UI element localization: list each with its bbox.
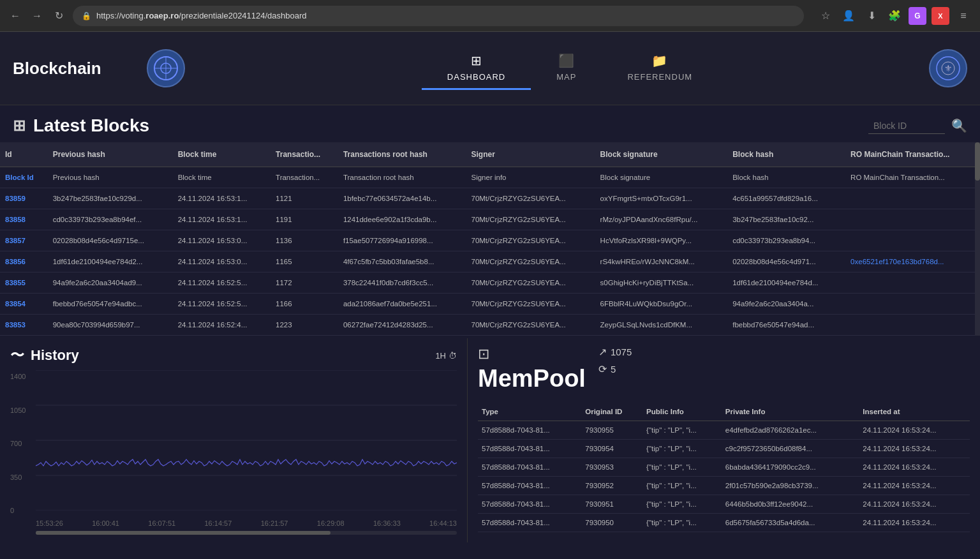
cell-block-hash: fbebbd76e50547e94ad...: [727, 315, 845, 336]
cell-block-hash: 3b247be2583fae10c92...: [727, 209, 845, 230]
dim-cell: Block signature: [595, 167, 728, 188]
mp-cell-original-id: 7930955: [581, 421, 642, 440]
scrollbar-bottom-thumb[interactable]: [36, 531, 330, 535]
table-row[interactable]: 83856 1df61de2100494ee784d2... 24.11.202…: [0, 251, 980, 272]
cell-tx-root-hash: 4f67c5fb7c5bb03fafae5b8...: [338, 251, 466, 272]
section-title: ⊞ Latest Blocks: [13, 116, 149, 136]
cell-id: 83853: [0, 315, 48, 336]
history-title: 〜 History 1H ⏱: [10, 346, 457, 365]
search-button[interactable]: 🔍: [951, 118, 967, 133]
table-row[interactable]: 83853 90ea80c703994d659b97... 24.11.2024…: [0, 315, 980, 336]
x-label-4: 16:21:57: [261, 519, 288, 527]
y-label-700: 700: [10, 440, 26, 447]
clock-icon: ⏱: [449, 351, 457, 361]
cell-tx-root-hash: 1bfebc77e0634572a4e14b...: [338, 188, 466, 209]
grid-icon: ⊞: [13, 117, 26, 135]
cell-prev-hash: cd0c33973b293ea8b94ef...: [48, 209, 173, 230]
mempool-crop-icon: ⊡: [478, 346, 489, 362]
browser-actions: ☆ 👤 ⬇ 🧩 G X ≡: [817, 7, 972, 25]
tab-dashboard[interactable]: ⊞ DASHBOARD: [422, 47, 531, 90]
trend-up-icon: ↗: [598, 346, 607, 358]
table-row[interactable]: 83855 94a9fe2a6c20aa3404ad9... 24.11.202…: [0, 272, 980, 294]
cell-id: 83856: [0, 251, 48, 272]
x-axis-labels: 15:53:26 16:00:41 16:07:51 16:14:57 16:2…: [36, 519, 457, 527]
cell-transactions: 1165: [271, 251, 338, 272]
mempool-top: ⊡ MemPool ↗ 1075 ⟳ 5: [478, 346, 970, 392]
cell-transactions: 1191: [271, 209, 338, 230]
table-row[interactable]: 83858 cd0c33973b293ea8b94ef... 24.11.202…: [0, 209, 980, 230]
cell-transactions: 1172: [271, 272, 338, 294]
list-item[interactable]: 57d8588d-7043-81... 7930952 {"tip" : "LP…: [478, 477, 970, 495]
grammarly-button[interactable]: G: [909, 7, 926, 25]
app-header: Blockchain ⊞ DASHBOARD ⬛ MAP 📁 REFERENDU…: [0, 32, 980, 105]
table-row[interactable]: 83854 fbebbd76e50547e94adbc... 24.11.202…: [0, 294, 980, 315]
app-title: Blockchain: [13, 59, 128, 78]
scrollbar-thumb[interactable]: [975, 142, 980, 181]
cell-tx-root-hash: 1241ddee6e902a1f3cda9b...: [338, 209, 466, 230]
table-row[interactable]: 83859 3b247be2583fae10c929d... 24.11.202…: [0, 188, 980, 209]
list-item[interactable]: 57d8588d-7043-81... 7930950 {"tip" : "LP…: [478, 514, 970, 532]
list-item[interactable]: 57d8588d-7043-81... 7930954 {"tip" : "LP…: [478, 440, 970, 458]
cell-block-time: 24.11.2024 16:53:1...: [173, 209, 271, 230]
cell-block-time: 24.11.2024 16:52:4...: [173, 315, 271, 336]
bookmark-button[interactable]: ☆: [817, 7, 835, 25]
scrollbar-bottom[interactable]: [36, 531, 457, 535]
cell-block-hash: 4c651a99557dfd829a16...: [727, 188, 845, 209]
mempool-title: MemPool: [478, 365, 586, 392]
col-prev-hash: Previous hash: [48, 142, 173, 167]
list-item[interactable]: 57d8588d-7043-81... 7930951 {"tip" : "LP…: [478, 495, 970, 514]
mp-cell-private-info: 6d5675fa56733d5a4d6da...: [722, 514, 859, 532]
download-button[interactable]: ⬇: [863, 7, 880, 25]
cell-id: 83859: [0, 188, 48, 209]
extensions-button[interactable]: 🧩: [886, 7, 903, 25]
cell-signer: 70Mt/CrjzRZYG2zSU6YEA...: [466, 230, 595, 251]
timerange-value: 1H: [435, 351, 446, 361]
cell-transactions: 1223: [271, 315, 338, 336]
mp-cell-public-info: {"tip" : "LP", "i...: [642, 458, 722, 477]
cell-tx-root-hash: ada21086aef7da0be5e251...: [338, 294, 466, 315]
scrollbar-track[interactable]: [975, 142, 980, 336]
list-item[interactable]: 57d8588d-7043-81... 7930953 {"tip" : "LP…: [478, 458, 970, 477]
mp-cell-original-id: 7930953: [581, 458, 642, 477]
cell-block-time: 24.11.2024 16:53:0...: [173, 251, 271, 272]
cell-prev-hash: 90ea80c703994d659b97...: [48, 315, 173, 336]
cell-mainchain: [845, 230, 980, 251]
dim-cell: Block hash: [727, 167, 845, 188]
cell-transactions: 1121: [271, 188, 338, 209]
chart-area: 1400 1050 700 350 0: [10, 370, 457, 517]
cell-signer: 70Mt/CrjzRZYG2zSU6YEA...: [466, 272, 595, 294]
cell-block-time: 24.11.2024 16:53:0...: [173, 230, 271, 251]
block-id-input[interactable]: [868, 118, 945, 134]
y-label-1050: 1050: [10, 406, 26, 414]
x-label-7: 16:44:13: [429, 519, 457, 527]
tab-map[interactable]: ⬛ MAP: [531, 47, 602, 90]
profile-button[interactable]: 👤: [840, 7, 858, 25]
cell-prev-hash: 3b247be2583fae10c929d...: [48, 188, 173, 209]
stat-mempool-count: ⟳ 5: [598, 363, 632, 375]
cell-signer: 70Mt/CrjzRZYG2zSU6YEA...: [466, 188, 595, 209]
dim-cell: Block Id: [0, 167, 48, 188]
mp-cell-type: 57d8588d-7043-81...: [478, 514, 581, 532]
cell-block-sig: oxYFmgrtS+mtxOTcxG9r1...: [595, 188, 728, 209]
cell-prev-hash: 94a9fe2a6c20aa3404ad9...: [48, 272, 173, 294]
tab-referendum[interactable]: 📁 REFERENDUM: [602, 47, 718, 90]
timerange-button[interactable]: 1H ⏱: [435, 351, 457, 361]
reload-button[interactable]: ↻: [51, 8, 66, 24]
table-row[interactable]: 83857 02028b08d4e56c4d9715e... 24.11.202…: [0, 230, 980, 251]
forward-button[interactable]: →: [29, 8, 45, 24]
menu-button[interactable]: ≡: [954, 7, 972, 25]
mp-cell-public-info: {"tip" : "LP", "i...: [642, 440, 722, 458]
list-item[interactable]: 57d8588d-7043-81... 7930955 {"tip" : "LP…: [478, 421, 970, 440]
back-button[interactable]: ←: [8, 8, 23, 24]
mempool-stats: ↗ 1075 ⟳ 5: [598, 346, 632, 380]
mp-cell-type: 57d8588d-7043-81...: [478, 458, 581, 477]
mempool-table: Type Original ID Public Info Private Inf…: [478, 403, 970, 532]
dim-cell: Previous hash: [48, 167, 173, 188]
stat-transactions: ↗ 1075: [598, 346, 632, 358]
referendum-icon: 📁: [651, 53, 668, 68]
ext-red-button[interactable]: X: [932, 7, 949, 25]
url-bar[interactable]: 🔒 https://voting.roaep.ro/prezidentiale2…: [73, 6, 804, 26]
dim-cell: Transaction root hash: [338, 167, 466, 188]
mp-cell-original-id: 7930954: [581, 440, 642, 458]
cell-block-hash: 02028b08d4e56c4d971...: [727, 251, 845, 272]
